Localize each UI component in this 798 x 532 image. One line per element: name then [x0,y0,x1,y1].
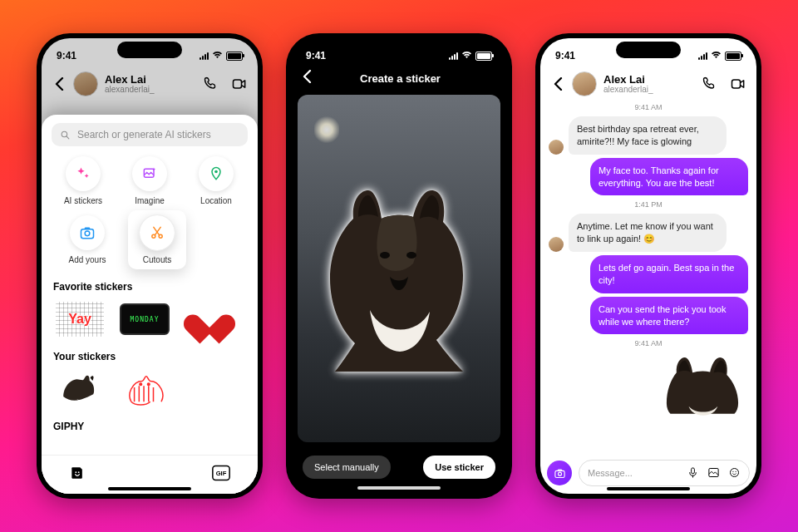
image-sparkle-icon [141,165,158,182]
message-row: Anytime. Let me know if you want to link… [549,214,748,252]
status-time: 9:41 [306,50,326,62]
use-sticker-button[interactable]: Use sticker [423,456,495,479]
svg-point-21 [731,468,739,476]
bottom-tab-bar: GIF [42,455,258,494]
avatar[interactable] [73,71,98,96]
tool-row-2: Add yours Cutouts [52,215,248,269]
svg-point-5 [85,231,90,236]
page-title: Create a sticker [305,72,495,85]
message-bubble[interactable]: Can you send the pick you took while we … [590,297,748,335]
your-stickers-row [52,369,248,409]
sticker-red-cat[interactable] [120,369,170,409]
message-bubble[interactable]: Best birthday spa retreat ever, amirite?… [569,116,727,155]
tool-label: AI stickers [64,196,102,205]
sticker-icon[interactable] [728,466,741,480]
sticker-dog[interactable] [55,369,105,409]
message-row: Best birthday spa retreat ever, amirite?… [549,116,748,155]
mic-icon[interactable] [687,466,699,480]
cutout-preview[interactable] [298,95,500,442]
svg-rect-16 [732,80,741,88]
status-time: 9:41 [57,50,76,62]
home-indicator [108,487,191,490]
message-input[interactable]: Message... [579,460,750,486]
home-indicator [607,487,690,490]
tool-add-yours[interactable]: Add yours [62,215,113,269]
svg-point-11 [78,471,80,473]
sticker-sheet: Search or generate AI stickers AI sticke… [42,115,258,494]
tool-label: Imagine [135,196,165,205]
wifi-icon [711,50,722,62]
back-icon[interactable] [52,76,66,91]
phone-stickers: 9:41 Alex Lai alexanderlai_ Searc [37,33,263,499]
sticker-yay[interactable]: Yay [55,299,105,339]
search-placeholder: Search or generate AI stickers [77,129,211,140]
section-your-stickers: Your stickers [53,351,246,362]
tool-imagine[interactable]: Imagine [124,156,175,205]
wifi-icon [461,50,472,62]
message-bubble[interactable]: Lets def go again. Best spa in the city! [590,255,748,293]
camera-icon [79,224,96,241]
search-input[interactable]: Search or generate AI stickers [52,123,248,146]
sparkles-icon [75,165,91,182]
gallery-icon[interactable] [707,466,720,480]
blank-tab[interactable] [140,466,157,483]
message-row: My face too. Thanks again for everything… [549,158,748,196]
video-icon[interactable] [730,76,746,92]
svg-rect-19 [692,467,695,473]
sticker-message[interactable] [549,352,748,417]
battery-icon [226,52,243,61]
timestamp: 9:41 AM [549,339,748,347]
call-icon[interactable] [203,76,219,92]
avatar[interactable] [572,71,597,96]
search-icon [60,130,71,140]
gif-tab-icon[interactable]: GIF [212,465,230,485]
svg-point-23 [735,470,736,471]
home-indicator [357,486,441,490]
svg-point-9 [147,383,150,386]
scissors-icon [149,224,165,241]
tool-label: Location [200,196,232,205]
battery-icon [475,52,492,61]
svg-point-8 [140,383,142,386]
phone-chat: 9:41 Alex Lai alexanderlai_ 9:41 AM [535,33,761,499]
dynamic-island [367,42,431,58]
section-favorites: Favorite stickers [53,281,246,293]
message-bubble[interactable]: Anytime. Let me know if you want to link… [569,214,727,252]
video-icon[interactable] [231,76,248,92]
message-text: Anytime. Let me know if you want to link… [577,221,713,244]
chat-handle: alexanderlai_ [105,86,155,95]
sticker-tab-icon[interactable] [69,465,86,485]
message-row: Lets def go again. Best spa in the city! [549,255,748,293]
chat-thread[interactable]: 9:41 AM Best birthday spa retreat ever, … [540,98,756,457]
chat-header: Alex Lai alexanderlai_ [540,68,756,101]
message-bubble[interactable]: My face too. Thanks again for everything… [590,158,748,196]
section-giphy: GIPHY [53,421,246,432]
dog-cutout [320,185,478,377]
tool-label: Add yours [68,255,106,264]
message-row: Can you send the pick you took while we … [549,297,748,335]
svg-point-18 [558,472,561,475]
tool-location[interactable]: Location [190,156,242,205]
location-pin-icon [208,165,224,182]
dynamic-island [117,42,182,58]
tool-row-1: AI stickers Imagine Location [52,156,248,205]
message-placeholder: Message... [588,468,633,478]
svg-point-10 [75,471,76,473]
phone-create-sticker: 9:41 Create a sticker [286,33,512,499]
avatar-small [549,140,564,155]
sticker-heart[interactable] [185,299,234,339]
composer: Message... [547,459,750,487]
svg-point-1 [62,131,67,137]
call-icon[interactable] [702,76,718,92]
camera-button[interactable] [547,461,572,485]
timestamp: 9:41 AM [549,103,748,111]
tool-ai-stickers[interactable]: AI stickers [57,156,109,205]
select-manually-button[interactable]: Select manually [303,456,391,479]
dynamic-island [616,42,681,58]
back-icon[interactable] [550,76,565,91]
chat-name: Alex Lai [603,74,653,86]
tool-cutouts[interactable]: Cutouts [128,210,186,269]
signal-icon [449,52,458,60]
title-bar: Create a sticker [291,68,507,95]
sticker-monday[interactable]: MONDAY [120,299,170,339]
